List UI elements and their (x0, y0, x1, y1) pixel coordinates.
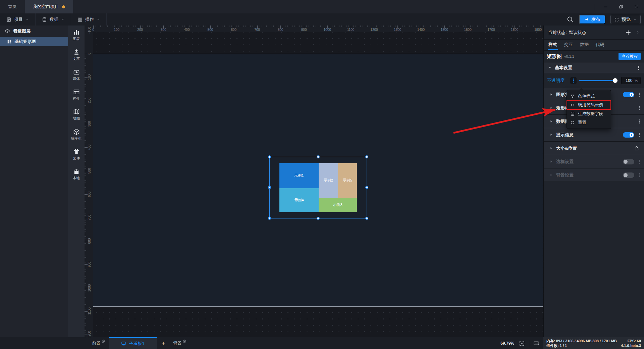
tab-样式[interactable]: 样式 (548, 42, 557, 50)
resize-handle[interactable] (268, 155, 271, 158)
close-button[interactable] (629, 0, 644, 13)
tool-本地[interactable]: 本地 (68, 168, 85, 180)
restore-button[interactable] (613, 0, 629, 13)
puzzle-icon (73, 168, 80, 175)
component-version: v0.1.1 (564, 54, 619, 58)
tool-鲸孪生[interactable]: 鲸孪生 (68, 129, 85, 141)
background-button[interactable]: 背景 (170, 337, 190, 349)
more-options-icon[interactable] (639, 132, 640, 137)
resize-handle[interactable] (365, 217, 368, 220)
opacity-options-button[interactable] (570, 77, 577, 84)
ruler-number: 1200 (88, 331, 91, 337)
minimize-icon (603, 5, 608, 9)
board-tab-active[interactable]: 子看板1 (109, 337, 157, 349)
resize-handle[interactable] (268, 217, 271, 220)
tool-套件[interactable]: 套件 (68, 148, 85, 160)
layer-panel-header: 看板图层 (0, 26, 68, 37)
opacity-row: 不透明度 100 % (544, 73, 644, 88)
opacity-value: 100 (626, 78, 632, 83)
circle-plus-icon[interactable] (182, 339, 186, 343)
opacity-input[interactable]: 100 % (621, 77, 641, 84)
menu-item-条件样式[interactable]: 条件样式 (567, 92, 611, 101)
perf-info: 内存: 893 / 3166 / 4096 MB 808 / 1701 MB F… (543, 337, 644, 349)
section-label: 边框设置 (556, 159, 574, 165)
ruler-number: 0 (92, 28, 94, 32)
resize-handle[interactable] (365, 155, 368, 158)
canvas[interactable]: 0100200300400500600700800900100011001200… (85, 26, 543, 337)
minimize-button[interactable] (598, 0, 613, 13)
tab-交互[interactable]: 交互 (564, 42, 573, 50)
tool-图表[interactable]: 图表 (68, 29, 85, 41)
menu-item-生成数据字段[interactable]: 生成数据字段 (567, 109, 611, 118)
menu-item-调用代码示例[interactable]: 调用代码示例 (567, 101, 611, 109)
toggle-off[interactable] (623, 159, 634, 164)
caret-right-icon (550, 173, 553, 177)
layer-item[interactable]: 基础矩形图 (0, 37, 68, 46)
resize-handle[interactable] (317, 155, 320, 158)
foreground-button[interactable]: 前景 (89, 337, 109, 349)
restore-icon (619, 5, 623, 9)
ruler-number: 1600 (464, 28, 472, 32)
tab-数据[interactable]: 数据 (580, 42, 589, 50)
menu-操作[interactable]: 操作 (71, 13, 107, 26)
menu-项目[interactable]: 项目 (0, 13, 36, 26)
more-options-icon[interactable] (638, 65, 639, 70)
caret-right-icon (550, 120, 553, 123)
menu-item-重置[interactable]: 重置 (567, 118, 611, 127)
resize-handle[interactable] (365, 186, 368, 189)
opacity-slider[interactable] (579, 80, 616, 81)
more-options-icon[interactable] (639, 105, 640, 110)
send-icon (584, 17, 589, 22)
tool-媒体[interactable]: 媒体 (68, 69, 85, 81)
app-tab[interactable]: 我的空白项目 (25, 0, 73, 13)
window-controls (595, 0, 644, 13)
keyboard-icon[interactable] (533, 340, 539, 346)
ruler-number: 600 (88, 191, 91, 197)
more-options-icon[interactable] (639, 119, 640, 124)
layer-panel: 看板图层 基础矩形图 (0, 26, 68, 337)
tool-地图[interactable]: 地图 (68, 108, 85, 120)
text-icon (73, 49, 80, 55)
menu-数据[interactable]: 数据 (36, 13, 71, 26)
menu-label: 操作 (85, 16, 94, 22)
tool-文本[interactable]: 文本 (68, 49, 85, 61)
more-options-icon[interactable] (639, 159, 640, 164)
more-options-icon[interactable] (639, 92, 640, 97)
preview-button[interactable]: 预览 (610, 15, 641, 24)
chevron-right-icon[interactable] (636, 31, 640, 34)
tool-label: 鲸孪生 (68, 136, 84, 140)
selection-box[interactable] (269, 157, 367, 218)
menu-item-label: 生成数据字段 (578, 111, 603, 117)
grid-icon (77, 17, 83, 22)
resize-handle[interactable] (268, 186, 271, 189)
search-icon[interactable] (567, 16, 574, 23)
section-row[interactable]: 提示信息 (544, 128, 644, 142)
publish-button[interactable]: 发布 (579, 15, 606, 24)
section-row[interactable]: 边框设置 (544, 155, 644, 168)
more-options-icon[interactable] (639, 172, 640, 178)
ruler-number: -100 (88, 27, 91, 34)
add-board-button[interactable]: + (157, 337, 170, 349)
map-icon (73, 108, 80, 115)
section-row[interactable]: 背景设置 (544, 168, 644, 182)
menu-item-label: 调用代码示例 (578, 102, 603, 108)
section-row[interactable]: 大小&位置 (544, 142, 644, 155)
add-state-icon[interactable] (625, 30, 631, 36)
tab-代码[interactable]: 代码 (596, 42, 604, 50)
code-icon (570, 103, 575, 107)
ruler-number: 800 (88, 238, 91, 244)
tutorial-button[interactable]: 查看教程 (619, 53, 641, 60)
toggle-off[interactable] (623, 172, 634, 178)
toggle-on[interactable] (623, 92, 634, 97)
circle-plus-icon[interactable] (101, 339, 105, 343)
resize-handle[interactable] (317, 217, 320, 220)
zoom-level[interactable]: 69.79% (500, 341, 514, 346)
toggle-on[interactable] (623, 132, 634, 138)
chevron-down-icon (25, 18, 29, 21)
basic-settings-header[interactable]: 基本设置 (544, 62, 644, 73)
app-tab[interactable]: 首页 (0, 0, 25, 13)
ruler-number: 1000 (324, 28, 331, 32)
components-value: 1 / 1 (560, 344, 567, 348)
tool-控件[interactable]: 控件 (68, 89, 85, 101)
fit-screen-icon[interactable] (519, 340, 525, 346)
